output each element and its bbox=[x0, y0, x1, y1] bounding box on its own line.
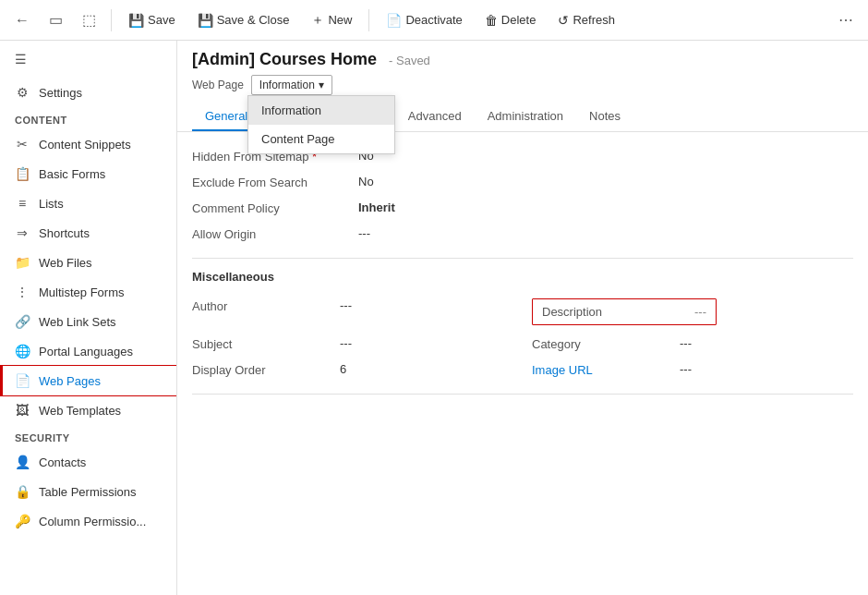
sidebar-item-contacts[interactable]: 👤 Contacts bbox=[0, 447, 176, 477]
more-options-button[interactable]: ⋯ bbox=[831, 6, 861, 35]
comment-policy-row: Comment Policy Inherit bbox=[192, 195, 853, 221]
save-button[interactable]: 💾 Save bbox=[119, 9, 185, 31]
separator-1 bbox=[111, 9, 112, 31]
sidebar-item-web-files[interactable]: 📁 Web Files bbox=[0, 248, 176, 277]
display-order-image-url-row: Display Order 6 Image URL --- bbox=[192, 357, 853, 382]
settings-icon: ⚙ bbox=[15, 85, 30, 100]
author-value: --- bbox=[340, 298, 352, 312]
sidebar-item-settings[interactable]: ⚙ Settings bbox=[0, 78, 176, 107]
subject-value: --- bbox=[340, 336, 352, 350]
multistep-forms-icon: ⋮ bbox=[15, 285, 30, 299]
page-title: [Admin] Courses Home - Saved bbox=[192, 50, 853, 69]
sidebar-item-web-link-sets[interactable]: 🔗 Web Link Sets bbox=[0, 307, 176, 336]
portal-languages-icon: 🌐 bbox=[15, 344, 30, 358]
exclude-from-search-label: Exclude From Search bbox=[192, 175, 358, 189]
allow-origin-row: Allow Origin --- bbox=[192, 221, 853, 247]
toolbar: ← ▭ ⬚ 💾 Save 💾 Save & Close ＋ New 📄 Deac… bbox=[0, 0, 868, 41]
image-url-col: Image URL --- bbox=[532, 362, 853, 377]
sidebar-item-lists[interactable]: ≡ Lists bbox=[0, 188, 176, 218]
subject-col: Subject --- bbox=[192, 336, 513, 351]
author-label: Author bbox=[192, 298, 340, 313]
information-dropdown[interactable]: Information ▾ bbox=[251, 75, 332, 95]
sidebar-section-security: Security bbox=[0, 425, 176, 447]
external-link-button[interactable]: ⬚ bbox=[74, 6, 103, 35]
column-permissions-icon: 🔑 bbox=[15, 514, 30, 528]
hamburger-icon: ☰ bbox=[15, 52, 27, 67]
sidebar-item-portal-languages[interactable]: 🌐 Portal Languages bbox=[0, 336, 176, 366]
content-area: [Admin] Courses Home - Saved Web Page In… bbox=[177, 41, 868, 595]
refresh-button[interactable]: ↺ Refresh bbox=[549, 9, 624, 31]
image-url-value: --- bbox=[680, 362, 692, 376]
back-button[interactable]: ← bbox=[7, 6, 37, 35]
save-close-button[interactable]: 💾 Save & Close bbox=[188, 9, 299, 31]
subject-label: Subject bbox=[192, 336, 340, 351]
category-value: --- bbox=[680, 336, 692, 350]
display-order-label: Display Order bbox=[192, 362, 340, 377]
dropdown-menu: Information Content Page bbox=[247, 95, 395, 154]
image-url-label[interactable]: Image URL bbox=[532, 362, 680, 377]
description-col: Description --- bbox=[532, 298, 853, 325]
back-icon: ← bbox=[15, 12, 30, 29]
dropdown-item-information[interactable]: Information bbox=[248, 96, 394, 125]
tab-notes[interactable]: Notes bbox=[576, 103, 633, 131]
separator-2 bbox=[368, 9, 369, 31]
sidebar-item-multistep-forms[interactable]: ⋮ Multistep Forms bbox=[0, 277, 176, 307]
table-permissions-icon: 🔒 bbox=[15, 484, 30, 499]
page-view-button[interactable]: ▭ bbox=[41, 6, 70, 35]
main-layout: ☰ ⚙ Settings Content ✂ Content Snippets … bbox=[0, 41, 868, 595]
sidebar-item-column-permissions[interactable]: 🔑 Column Permissio... bbox=[0, 506, 176, 536]
dropdown-item-content-page[interactable]: Content Page bbox=[248, 125, 394, 153]
contacts-icon: 👤 bbox=[15, 455, 30, 469]
web-pages-icon: 📄 bbox=[15, 373, 30, 388]
deactivate-icon: 📄 bbox=[386, 13, 402, 28]
sidebar-item-content-snippets[interactable]: ✂ Content Snippets bbox=[0, 129, 176, 159]
sidebar-item-basic-forms[interactable]: 📋 Basic Forms bbox=[0, 159, 176, 188]
tab-administration[interactable]: Administration bbox=[475, 103, 576, 131]
miscellaneous-title: Miscellaneous bbox=[192, 270, 853, 284]
webpage-label: Web Page bbox=[192, 79, 244, 91]
sidebar-menu-toggle[interactable]: ☰ bbox=[0, 41, 176, 78]
exclude-from-search-row: Exclude From Search No bbox=[192, 169, 853, 195]
save-icon: 💾 bbox=[128, 13, 144, 28]
sidebar-item-web-templates[interactable]: 🖼 Web Templates bbox=[0, 395, 176, 425]
sidebar: ☰ ⚙ Settings Content ✂ Content Snippets … bbox=[0, 41, 177, 595]
description-value: --- bbox=[694, 305, 706, 319]
refresh-icon: ↺ bbox=[558, 13, 569, 28]
sidebar-section-content: Content bbox=[0, 107, 176, 129]
sidebar-item-shortcuts[interactable]: ⇒ Shortcuts bbox=[0, 218, 176, 248]
form-section-miscellaneous: Miscellaneous Author --- Description --- bbox=[192, 259, 853, 395]
author-description-row: Author --- Description --- bbox=[192, 293, 853, 331]
saved-badge: - Saved bbox=[389, 54, 430, 67]
exclude-from-search-value: No bbox=[358, 175, 374, 188]
tab-advanced[interactable]: Advanced bbox=[395, 103, 475, 131]
category-col: Category --- bbox=[532, 336, 853, 351]
external-icon: ⬚ bbox=[82, 11, 96, 29]
save-close-icon: 💾 bbox=[198, 13, 213, 28]
delete-button[interactable]: 🗑 Delete bbox=[476, 9, 546, 31]
more-icon: ⋯ bbox=[838, 11, 853, 29]
webpage-row: Web Page Information ▾ Information Conte… bbox=[192, 75, 853, 95]
basic-forms-icon: 📋 bbox=[15, 166, 30, 181]
category-label: Category bbox=[532, 336, 680, 351]
dropdown-chevron: ▾ bbox=[319, 79, 324, 91]
delete-icon: 🗑 bbox=[485, 13, 498, 28]
lists-icon: ≡ bbox=[15, 196, 30, 211]
page-icon: ▭ bbox=[49, 11, 63, 29]
new-button[interactable]: ＋ New bbox=[302, 8, 361, 32]
web-templates-icon: 🖼 bbox=[15, 403, 30, 418]
form-content: Hidden From Sitemap * No Exclude From Se… bbox=[177, 132, 868, 595]
content-snippets-icon: ✂ bbox=[15, 137, 30, 152]
comment-policy-label: Comment Policy bbox=[192, 200, 358, 215]
subject-category-row: Subject --- Category --- bbox=[192, 331, 853, 357]
allow-origin-value: --- bbox=[358, 226, 370, 240]
display-order-value: 6 bbox=[340, 362, 346, 376]
shortcuts-icon: ⇒ bbox=[15, 225, 30, 240]
sidebar-item-web-pages[interactable]: 📄 Web Pages bbox=[0, 366, 176, 395]
description-box: Description --- bbox=[532, 298, 717, 325]
page-header: [Admin] Courses Home - Saved Web Page In… bbox=[177, 41, 868, 132]
sidebar-item-table-permissions[interactable]: 🔒 Table Permissions bbox=[0, 477, 176, 506]
author-col: Author --- bbox=[192, 298, 513, 313]
web-files-icon: 📁 bbox=[15, 255, 30, 270]
deactivate-button[interactable]: 📄 Deactivate bbox=[377, 9, 471, 31]
display-order-col: Display Order 6 bbox=[192, 362, 513, 377]
